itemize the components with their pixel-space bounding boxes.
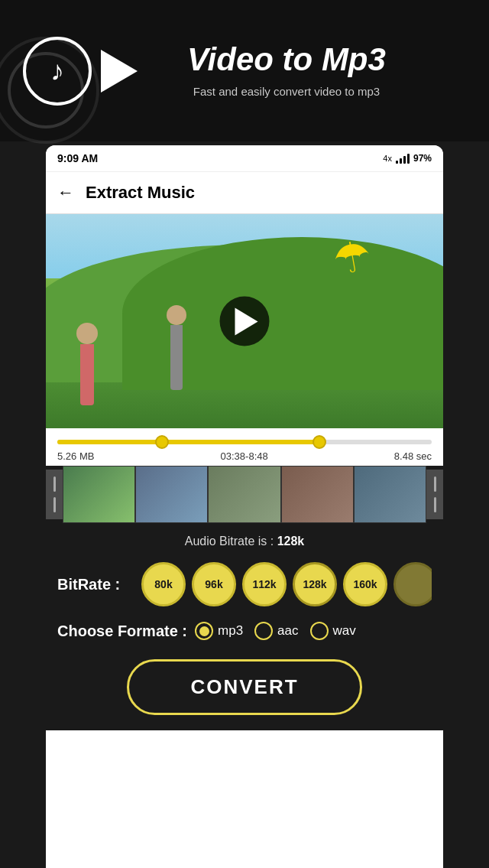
handle-line-1 <box>53 476 56 492</box>
play-icon <box>235 307 258 335</box>
format-wav[interactable]: wav <box>310 622 356 640</box>
film-frames <box>63 466 426 523</box>
radio-mp3-inner <box>199 626 209 636</box>
logo-circle: ♪ <box>23 37 92 106</box>
format-wav-label: wav <box>333 623 356 639</box>
bitrate-112k[interactable]: 112k <box>242 562 287 606</box>
film-frame-3 <box>208 466 280 523</box>
bitrate-value: 128k <box>277 535 305 548</box>
bitrate-more[interactable] <box>393 562 432 606</box>
duration: 8.48 sec <box>394 450 432 462</box>
header-text: Video to Mp3 Fast and easily convert vid… <box>122 42 466 99</box>
app-subtitle: Fast and easily convert video to mp3 <box>122 83 451 99</box>
bitrate-row-label: BitRate : <box>57 576 134 593</box>
video-player[interactable]: ☂ <box>46 214 443 428</box>
bitrate-row: BitRate : 80k 96k 112k 128k 160k <box>57 562 432 606</box>
time-info: 5.26 MB 03:38-8:48 8.48 sec <box>57 450 432 462</box>
bottom-panel: Audio Bitrate is : 128k BitRate : 80k 96… <box>46 523 443 730</box>
handle-line-4 <box>434 497 436 512</box>
status-icons: 4x 97% <box>383 153 432 164</box>
bar1 <box>396 161 398 164</box>
app-header: ← Extract Music <box>46 172 443 214</box>
film-frame-5 <box>354 466 426 523</box>
convert-btn-wrap: CONVERT <box>57 659 432 715</box>
format-mp3-label: mp3 <box>218 623 243 639</box>
back-button[interactable]: ← <box>57 183 74 203</box>
play-triangle-icon <box>101 50 138 93</box>
progress-track[interactable] <box>57 440 432 444</box>
bitrate-128k[interactable]: 128k <box>293 562 337 606</box>
bar3 <box>403 156 406 164</box>
signal-bars <box>396 153 410 164</box>
app-title: Video to Mp3 <box>122 42 451 77</box>
file-size: 5.26 MB <box>57 450 94 462</box>
battery-icon: 97% <box>413 153 432 164</box>
time-range: 03:38-8:48 <box>221 450 268 462</box>
format-options: mp3 aac wav <box>195 622 356 640</box>
figure-man <box>167 305 186 390</box>
bitrate-info: Audio Bitrate is : 128k <box>57 535 432 548</box>
bitrate-80k[interactable]: 80k <box>141 562 186 606</box>
status-bar: 9:09 AM 4x 97% <box>46 145 443 172</box>
status-time: 9:09 AM <box>57 152 98 164</box>
trim-handle-left[interactable] <box>155 435 169 449</box>
handle-line-2 <box>53 497 56 512</box>
timeline-area: 5.26 MB 03:38-8:48 8.48 sec <box>46 428 443 466</box>
format-mp3[interactable]: mp3 <box>195 622 243 640</box>
header-section: ♪ Video to Mp3 Fast and easily convert v… <box>0 0 489 141</box>
play-button[interactable] <box>220 297 270 346</box>
bitrate-160k[interactable]: 160k <box>343 562 387 606</box>
film-frame-4 <box>281 466 354 523</box>
bitrate-96k[interactable]: 96k <box>192 562 236 606</box>
radio-mp3 <box>195 622 213 640</box>
film-frame-2 <box>135 466 208 523</box>
film-frame-1 <box>63 466 135 523</box>
format-aac-label: aac <box>277 623 298 639</box>
filmstrip <box>46 466 443 523</box>
bar2 <box>400 158 402 164</box>
music-note-icon: ♪ <box>50 55 64 87</box>
radio-aac <box>254 622 273 640</box>
convert-button[interactable]: CONVERT <box>127 659 361 715</box>
format-row-label: Choose Formate : <box>57 623 187 640</box>
format-aac[interactable]: aac <box>254 622 298 640</box>
phone-frame: 9:09 AM 4x 97% ← Extract Music ☂ <box>46 145 443 868</box>
trim-handle-right[interactable] <box>313 435 326 449</box>
bar4 <box>407 154 410 164</box>
radio-wav <box>310 622 329 640</box>
network-icon: 4x <box>383 154 392 163</box>
figure-woman <box>76 323 98 405</box>
handle-line-3 <box>434 476 436 492</box>
film-handle-left[interactable] <box>46 470 63 519</box>
scene-figures <box>76 320 186 405</box>
format-row: Choose Formate : mp3 aac wav <box>57 622 432 640</box>
logo-area: ♪ <box>23 21 122 121</box>
screen-title: Extract Music <box>86 183 195 203</box>
bitrate-options: 80k 96k 112k 128k 160k <box>141 562 432 606</box>
film-handle-right[interactable] <box>426 470 443 519</box>
progress-fill <box>57 440 319 444</box>
